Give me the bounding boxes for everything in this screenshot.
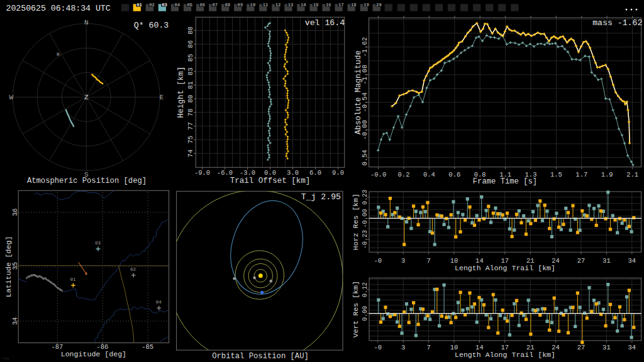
svg-text:7: 7 [426,257,430,265]
svg-text:6.0: 6.0 [309,169,321,177]
svg-text:-0: -0 [374,344,382,351]
svg-text:75: 75 [187,136,194,144]
svg-text:Horz Res [km]: Horz Res [km] [352,194,360,250]
svg-text:24: 24 [552,257,560,265]
svg-text:N: N [84,19,89,26]
svg-text:34: 34 [628,257,636,265]
svg-text:0.0: 0.0 [264,169,276,177]
svg-text:0.00: 0.00 [362,306,369,321]
svg-text:rjw: rjw [3,356,9,361]
svg-text:31: 31 [602,344,611,351]
svg-text:17: 17 [501,257,509,265]
svg-text:10: 10 [450,257,458,265]
svg-text:03: 03 [162,3,167,8]
svg-text:88: 88 [187,26,194,35]
svg-text:-6.0: -6.0 [217,169,233,177]
svg-text:16: 16 [326,3,331,8]
svg-text:05: 05 [187,3,192,8]
svg-text:-0.0: -0.0 [370,171,386,178]
svg-text:21: 21 [526,257,535,265]
svg-text:Height [km]: Height [km] [177,67,186,118]
svg-text:14: 14 [301,3,306,8]
svg-text:08: 08 [225,3,230,8]
svg-text:T_j 2.95: T_j 2.95 [301,192,341,202]
svg-text:27: 27 [577,257,586,265]
svg-text:04: 04 [156,300,162,305]
svg-text:-3.0: -3.0 [240,169,255,177]
svg-text:Z: Z [84,94,89,101]
svg-text:-0: -0 [374,257,382,265]
svg-text:34: 34 [628,344,636,351]
svg-text:27: 27 [577,344,586,351]
svg-text:0.12: 0.12 [362,282,369,297]
svg-text:-9.0: -9.0 [194,169,210,177]
svg-text:85: 85 [187,54,194,62]
svg-text:09: 09 [238,3,243,8]
svg-text:3.0: 3.0 [287,169,299,177]
svg-text:04: 04 [174,3,180,8]
svg-text:86: 86 [187,40,194,48]
svg-text:01: 01 [70,277,76,282]
svg-text:17: 17 [338,3,344,8]
svg-text:35: 35 [11,262,19,270]
svg-text:0.2: 0.2 [398,171,410,178]
svg-text:Latitude [deg]: Latitude [deg] [4,236,13,297]
svg-text:7: 7 [426,344,430,351]
svg-text:13: 13 [288,3,294,8]
svg-text:Vert Res [km]: Vert Res [km] [352,281,360,337]
svg-text:34: 34 [11,317,19,326]
svg-text:83: 83 [187,67,194,75]
svg-text:0.23: 0.23 [362,190,369,205]
svg-text:01: 01 [136,3,142,8]
svg-text:Trail Offset [km]: Trail Offset [km] [230,177,311,185]
svg-text:81: 81 [187,81,194,89]
svg-text:1.7: 1.7 [575,171,587,178]
svg-text:78: 78 [187,109,194,117]
svg-text:2.1: 2.1 [626,171,638,178]
svg-text:31: 31 [602,257,611,265]
svg-text:1.5: 1.5 [550,171,562,178]
svg-text:-0.00: -0.00 [362,209,369,228]
svg-text:02: 02 [130,267,136,272]
svg-text:Length Along Trail [km]: Length Along Trail [km] [455,351,555,359]
svg-text:36: 36 [11,208,19,216]
svg-text:07: 07 [212,3,218,8]
svg-text:74: 74 [187,150,194,158]
svg-text:77: 77 [187,122,194,130]
svg-text:03: 03 [95,241,101,246]
svg-text:Absolute Magnitude: Absolute Magnitude [354,50,363,134]
svg-text:06: 06 [199,3,205,8]
svg-text:10: 10 [250,3,256,8]
svg-text:vel 16.4: vel 16.4 [305,18,345,28]
svg-text:20: 20 [376,3,382,8]
svg-text:18: 18 [351,3,357,8]
svg-text:80: 80 [187,95,194,103]
svg-text:9.0: 9.0 [332,169,344,177]
svg-text:Orbital Position [AU]: Orbital Position [AU] [212,352,309,361]
svg-text:Length Along Trail [km]: Length Along Trail [km] [455,264,555,272]
svg-text:Atmospheric Position [deg]: Atmospheric Position [deg] [27,177,147,185]
svg-text:1.9: 1.9 [601,171,613,178]
svg-text:R: R [57,52,60,57]
svg-text:0.54: 0.54 [361,150,369,165]
svg-text:19: 19 [364,3,369,8]
svg-text:11: 11 [263,3,269,8]
svg-text:mass -1.62: mass -1.62 [592,18,642,28]
svg-text:3: 3 [401,344,405,351]
svg-text:-0.23: -0.23 [362,230,369,249]
svg-text:02: 02 [149,3,155,8]
svg-text:-85: -85 [142,343,153,351]
svg-text:E: E [159,94,164,101]
svg-text:12: 12 [275,3,281,8]
svg-text:Frame Time [s]: Frame Time [s] [473,177,537,186]
svg-text:3: 3 [401,257,405,265]
svg-text:20250625 06:48:34 UTC: 20250625 06:48:34 UTC [6,4,111,13]
svg-text:Longitude [deg]: Longitude [deg] [61,350,126,358]
svg-text:15: 15 [313,3,319,8]
svg-text:0.6: 0.6 [448,171,460,178]
svg-text:Q* 60.3: Q* 60.3 [134,21,169,30]
svg-text:14: 14 [475,257,484,265]
svg-text:W: W [9,94,13,101]
svg-text:0.4: 0.4 [423,171,435,178]
